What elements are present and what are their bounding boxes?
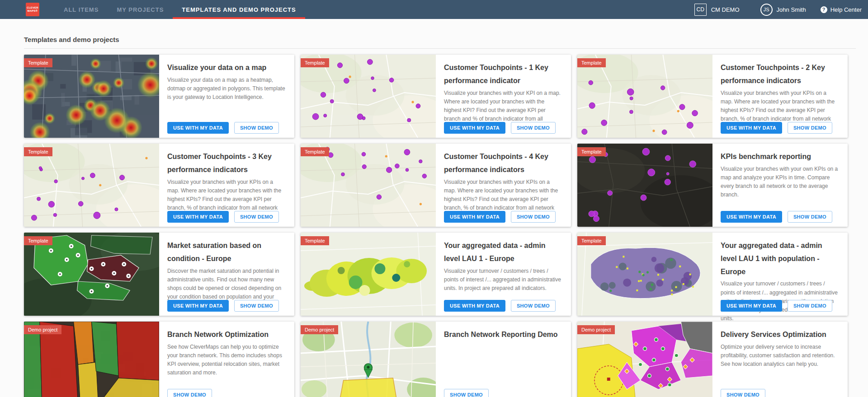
show-demo-button[interactable]: SHOW DEMO: [234, 211, 279, 223]
card-body: Market saturation based on condition - E…: [159, 233, 294, 316]
card-actions: SHOW DEMO: [721, 389, 765, 397]
show-demo-button[interactable]: SHOW DEMO: [511, 122, 556, 134]
use-with-my-data-button[interactable]: USE WITH MY DATA: [167, 122, 229, 134]
card-actions: SHOW DEMO: [444, 389, 489, 397]
card-actions: USE WITH MY DATA SHOW DEMO: [721, 211, 832, 223]
use-with-my-data-button[interactable]: USE WITH MY DATA: [167, 300, 229, 312]
card-title: Customer Touchpoints - 4 Key performance…: [444, 150, 563, 177]
show-demo-button[interactable]: SHOW DEMO: [511, 300, 556, 312]
tab-templates-and-demo-projects[interactable]: TEMPLATES AND DEMO PROJECTS: [173, 0, 305, 19]
tab-my-projects[interactable]: MY PROJECTS: [108, 0, 173, 19]
card-type-badge: Demo project: [24, 325, 61, 334]
card-type-badge: Template: [24, 58, 52, 67]
page-title: Templates and demo projects: [24, 36, 868, 43]
project-card: Template Your aggregated data - admin le…: [577, 233, 848, 316]
project-card: Template Customer Touchpoints - 2 Key pe…: [577, 55, 848, 138]
card-description: Visualize your data on a map as a heatma…: [167, 76, 286, 102]
card-body: Visualize your data on a map Visualize y…: [159, 55, 294, 138]
show-demo-button[interactable]: SHOW DEMO: [444, 389, 489, 397]
show-demo-button[interactable]: SHOW DEMO: [788, 211, 832, 223]
card-title: Customer Touchpoints - 2 Key performance…: [721, 61, 840, 88]
card-body: Delivery Services Optimization Optimize …: [712, 322, 848, 397]
help-center-label: Help Center: [830, 6, 862, 13]
card-actions: USE WITH MY DATA SHOW DEMO: [167, 211, 279, 223]
clevermaps-logo[interactable]: CLEVER MAPS®: [26, 3, 39, 16]
card-type-badge: Demo project: [577, 325, 615, 334]
use-with-my-data-button[interactable]: USE WITH MY DATA: [444, 300, 505, 312]
magenta-zones-map[interactable]: Demo project: [577, 322, 712, 397]
card-actions: USE WITH MY DATA SHOW DEMO: [167, 122, 279, 134]
project-card: Template Market saturation based on cond…: [24, 233, 294, 316]
card-title: Your aggregated data - admin level LAU 1…: [721, 239, 840, 278]
heatmap-satellite-map[interactable]: Template: [24, 55, 159, 138]
topbar-right: CD CM DEMO JS John Smith ? Help Center: [694, 0, 868, 19]
divider: [24, 48, 856, 49]
use-with-my-data-button[interactable]: USE WITH MY DATA: [167, 211, 229, 223]
use-with-my-data-button[interactable]: USE WITH MY DATA: [444, 211, 505, 223]
show-demo-button[interactable]: SHOW DEMO: [511, 211, 556, 223]
card-body: Branch Network Reporting Demo SHOW DEMO: [436, 322, 571, 397]
use-with-my-data-button[interactable]: USE WITH MY DATA: [721, 122, 782, 134]
project-card: Template Visualize your data on a map Vi…: [24, 55, 294, 138]
main-nav: ALL ITEMSMY PROJECTSTEMPLATES AND DEMO P…: [55, 0, 305, 19]
card-actions: USE WITH MY DATA SHOW DEMO: [444, 300, 556, 312]
card-type-badge: Template: [577, 147, 606, 156]
card-actions: USE WITH MY DATA SHOW DEMO: [167, 300, 279, 312]
purple-dots-light-map[interactable]: Template: [577, 55, 712, 138]
card-type-badge: Template: [301, 58, 329, 67]
street-map-with-pin[interactable]: Demo project: [301, 322, 436, 397]
card-type-badge: Template: [24, 147, 52, 156]
show-demo-button[interactable]: SHOW DEMO: [167, 389, 212, 397]
purple-dots-dark-map[interactable]: Template: [577, 144, 712, 227]
top-bar: CLEVER MAPS® ALL ITEMSMY PROJECTSTEMPLAT…: [0, 0, 868, 19]
user-avatar: JS: [760, 4, 773, 16]
card-body: Customer Touchpoints - 4 Key performance…: [436, 144, 571, 227]
project-card: Template Customer Touchpoints - 1 Key pe…: [301, 55, 571, 138]
card-body: Customer Touchpoints - 2 Key performance…: [712, 55, 848, 138]
card-actions: USE WITH MY DATA SHOW DEMO: [721, 122, 832, 134]
use-with-my-data-button[interactable]: USE WITH MY DATA: [444, 122, 505, 134]
card-description: Visualize your turnover / customers / tr…: [444, 267, 563, 293]
card-description: Optimize your delivery service to increa…: [721, 343, 840, 369]
card-title: Branch Network Optimization: [167, 328, 286, 341]
show-demo-button[interactable]: SHOW DEMO: [234, 300, 279, 312]
help-center-link[interactable]: ? Help Center: [821, 6, 862, 13]
card-actions: USE WITH MY DATA SHOW DEMO: [444, 122, 556, 134]
user-menu[interactable]: JS John Smith: [760, 4, 821, 16]
purple-dots-light-map[interactable]: Template: [24, 144, 159, 227]
card-title: KPIs benchmark reporting: [721, 150, 840, 163]
card-title: Visualize your data on a map: [167, 61, 286, 75]
project-card: Template Customer Touchpoints - 4 Key pe…: [301, 144, 571, 227]
use-with-my-data-button[interactable]: USE WITH MY DATA: [721, 211, 782, 223]
europe-countries-satellite-map[interactable]: Template: [24, 233, 159, 316]
question-mark-icon: ?: [821, 6, 827, 13]
project-card: Demo project Branch Network Optimization…: [24, 322, 294, 397]
tab-all-items[interactable]: ALL ITEMS: [55, 0, 108, 19]
workspace-switcher[interactable]: CD CM DEMO: [694, 4, 760, 16]
purple-dots-light-map[interactable]: Template: [301, 55, 436, 138]
card-description: Visualize your branches with your own KP…: [721, 165, 840, 200]
card-title: Customer Touchpoints - 1 Key performance…: [444, 61, 563, 88]
project-card: Template KPIs benchmark reporting Visual…: [577, 144, 848, 227]
card-title: Market saturation based on condition - E…: [167, 239, 286, 266]
yellow-green-choropleth-map[interactable]: Template: [301, 233, 436, 316]
purple-dots-light-map[interactable]: Template: [301, 144, 436, 227]
card-body: Customer Touchpoints - 1 Key performance…: [436, 55, 571, 138]
use-with-my-data-button[interactable]: USE WITH MY DATA: [721, 300, 782, 312]
project-card: Demo project Branch Network Reporting De…: [301, 322, 571, 397]
card-type-badge: Template: [301, 147, 329, 156]
card-actions: SHOW DEMO: [167, 389, 212, 397]
show-demo-button[interactable]: SHOW DEMO: [788, 300, 832, 312]
card-title: Customer Touchpoints - 3 Key performance…: [167, 150, 286, 177]
project-card: Template Your aggregated data - admin le…: [301, 233, 571, 316]
workspace-badge: CD: [694, 4, 707, 16]
red-yellow-green-grid-satellite-map[interactable]: Demo project: [24, 322, 159, 397]
card-title: Branch Network Reporting Demo: [444, 328, 563, 341]
card-body: Your aggregated data - admin level LAU 1…: [712, 233, 848, 316]
show-demo-button[interactable]: SHOW DEMO: [721, 389, 765, 397]
show-demo-button[interactable]: SHOW DEMO: [234, 122, 279, 134]
user-name: John Smith: [777, 6, 806, 13]
card-type-badge: Template: [577, 236, 606, 245]
show-demo-button[interactable]: SHOW DEMO: [788, 122, 832, 134]
purple-choropleth-map[interactable]: Template: [577, 233, 712, 316]
